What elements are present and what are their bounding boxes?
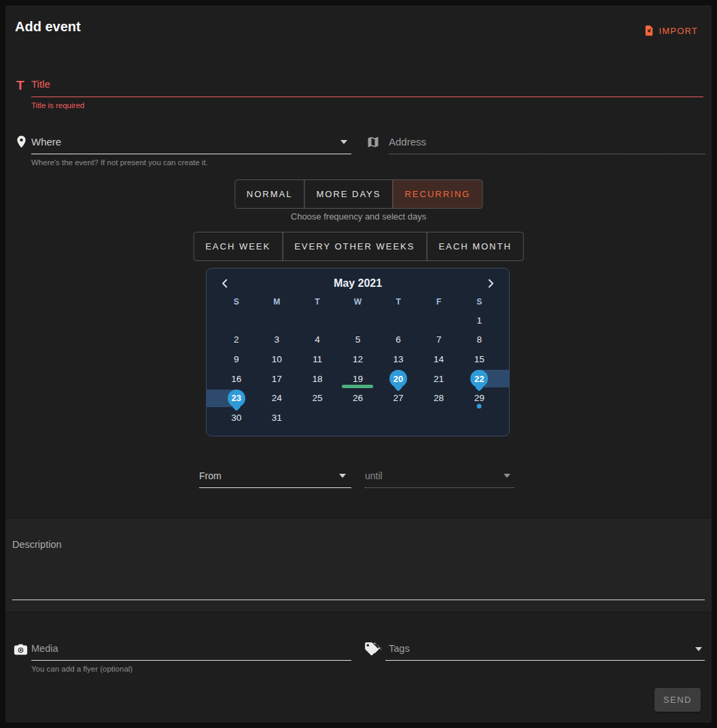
calendar-day-6[interactable]: 6 bbox=[378, 330, 419, 350]
weekday-header: M bbox=[257, 296, 298, 308]
calendar-day-19[interactable]: 19 bbox=[338, 369, 379, 389]
until-select[interactable]: until bbox=[365, 470, 514, 488]
calendar-day-13[interactable]: 13 bbox=[378, 349, 419, 369]
calendar-grid: 1234567891011121314151617181920212223242… bbox=[216, 311, 500, 428]
calendar-day-12[interactable]: 12 bbox=[338, 349, 379, 369]
calendar-day-29[interactable]: 29 bbox=[459, 388, 500, 408]
address-placeholder: Address bbox=[389, 136, 705, 154]
calendar-weekday-row: SMTWTFS bbox=[216, 296, 500, 308]
tags-placeholder: Tags bbox=[385, 643, 705, 661]
title-input[interactable]: Title bbox=[31, 78, 703, 97]
media-hint: You can add a flyer (optional) bbox=[31, 665, 351, 673]
calendar-day-7[interactable]: 7 bbox=[419, 330, 459, 350]
frequency-tabs: EACH WEEK EVERY OTHER WEEKS EACH MONTH bbox=[193, 232, 524, 261]
media-placeholder: Media bbox=[31, 643, 351, 661]
calendar-day-31[interactable]: 31 bbox=[257, 408, 298, 428]
file-import-icon bbox=[643, 24, 655, 37]
calendar-day-23[interactable]: 23 bbox=[216, 388, 257, 408]
calendar-day-5[interactable]: 5 bbox=[338, 330, 379, 350]
weekday-header: S bbox=[216, 296, 257, 308]
chevron-down-icon bbox=[339, 474, 346, 478]
calendar-day-11[interactable]: 11 bbox=[297, 349, 338, 369]
frequency-hint: Choose frequency and select days bbox=[5, 211, 712, 222]
until-placeholder: until bbox=[365, 470, 514, 488]
title-error-text: Title is required bbox=[31, 101, 703, 109]
send-button[interactable]: SEND bbox=[654, 688, 701, 712]
import-label: IMPORT bbox=[659, 26, 698, 36]
calendar-day-20[interactable]: 20 bbox=[378, 369, 419, 389]
calendar-empty-cell bbox=[419, 311, 459, 330]
chevron-right-icon bbox=[485, 277, 497, 290]
calendar-day-9[interactable]: 9 bbox=[216, 349, 257, 369]
calendar-day-4[interactable]: 4 bbox=[297, 330, 338, 350]
calendar-day-3[interactable]: 3 bbox=[257, 330, 298, 350]
calendar-day-17[interactable]: 17 bbox=[257, 369, 298, 389]
calendar-day-8[interactable]: 8 bbox=[459, 330, 500, 350]
description-section: Description bbox=[5, 518, 712, 612]
calendar-day-18[interactable]: 18 bbox=[297, 369, 338, 389]
from-placeholder: From bbox=[199, 470, 351, 488]
calendar-empty-cell bbox=[257, 311, 298, 330]
prev-month-button[interactable] bbox=[216, 276, 234, 291]
calendar-day-28[interactable]: 28 bbox=[419, 388, 459, 408]
where-placeholder: Where bbox=[31, 136, 351, 154]
weekday-header: W bbox=[338, 296, 379, 308]
description-underline bbox=[12, 600, 705, 600]
calendar-month-label: May 2021 bbox=[334, 277, 382, 290]
weekday-header: T bbox=[297, 296, 338, 308]
calendar-empty-cell bbox=[378, 311, 419, 330]
page-title: Add event bbox=[15, 19, 81, 35]
calendar-empty-cell bbox=[338, 311, 379, 330]
calendar-day-15[interactable]: 15 bbox=[459, 349, 500, 369]
weekday-header: S bbox=[459, 296, 500, 308]
address-input[interactable]: Address bbox=[389, 136, 705, 154]
tags-select[interactable]: Tags bbox=[385, 643, 705, 661]
from-select[interactable]: From bbox=[199, 470, 351, 488]
calendar-day-2[interactable]: 2 bbox=[216, 330, 257, 350]
calendar-day-14[interactable]: 14 bbox=[419, 349, 459, 369]
calendar-day-10[interactable]: 10 bbox=[257, 349, 298, 369]
chevron-down-icon bbox=[340, 140, 347, 144]
date-picker-calendar: May 2021 SMTWTFS 12345678910111213141516… bbox=[206, 268, 510, 436]
tab-every-other-weeks[interactable]: EVERY OTHER WEEKS bbox=[282, 232, 427, 261]
chevron-down-icon bbox=[695, 647, 702, 651]
calendar-day-16[interactable]: 16 bbox=[216, 369, 257, 389]
add-event-dialog: Add event IMPORT T Title Title is requir… bbox=[5, 5, 712, 723]
tab-each-month[interactable]: EACH MONTH bbox=[426, 232, 523, 261]
media-input[interactable]: Media You can add a flyer (optional) bbox=[31, 643, 351, 673]
weekday-header: T bbox=[378, 296, 419, 308]
where-select[interactable]: Where Where's the event? If not present … bbox=[31, 136, 351, 167]
tab-more-days[interactable]: MORE DAYS bbox=[304, 179, 393, 209]
import-button[interactable]: IMPORT bbox=[639, 22, 702, 39]
calendar-day-25[interactable]: 25 bbox=[297, 388, 338, 408]
calendar-day-27[interactable]: 27 bbox=[378, 388, 419, 408]
calendar-day-1[interactable]: 1 bbox=[459, 311, 500, 330]
chevron-down-icon bbox=[504, 474, 510, 478]
chevron-left-icon bbox=[219, 277, 231, 290]
calendar-day-24[interactable]: 24 bbox=[257, 388, 298, 408]
calendar-empty-cell bbox=[297, 311, 338, 330]
title-field-icon: T bbox=[16, 78, 24, 93]
location-pin-icon bbox=[14, 135, 29, 149]
event-type-tabs: NORMAL MORE DAYS RECURRING bbox=[234, 179, 483, 209]
tab-recurring[interactable]: RECURRING bbox=[392, 179, 483, 209]
next-month-button[interactable] bbox=[482, 276, 500, 291]
weekday-header: F bbox=[419, 296, 459, 308]
tab-normal[interactable]: NORMAL bbox=[234, 179, 305, 209]
page-background: Add event IMPORT T Title Title is requir… bbox=[0, 0, 717, 728]
calendar-day-21[interactable]: 21 bbox=[419, 369, 459, 389]
camera-icon bbox=[13, 642, 29, 657]
map-icon bbox=[366, 135, 380, 149]
calendar-empty-cell bbox=[216, 311, 257, 330]
calendar-day-22[interactable]: 22 bbox=[459, 369, 500, 389]
where-hint: Where's the event? If not present you ca… bbox=[31, 158, 351, 167]
tab-each-week[interactable]: EACH WEEK bbox=[193, 232, 283, 261]
description-textarea[interactable]: Description bbox=[12, 539, 62, 550]
calendar-day-26[interactable]: 26 bbox=[338, 388, 379, 408]
tags-icon bbox=[365, 642, 381, 655]
